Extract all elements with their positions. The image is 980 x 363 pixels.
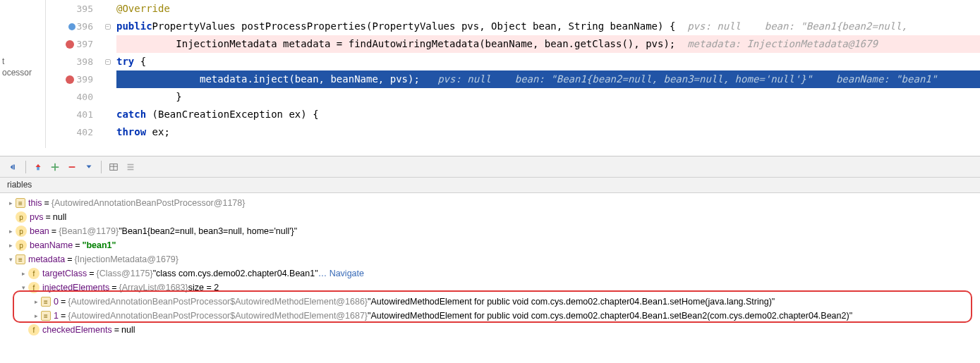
gutter-line-402[interactable]: 402 [46, 123, 99, 141]
remove-watch-icon[interactable] [64, 159, 80, 175]
line-number: 400 [77, 92, 93, 102]
debug-toolbar [0, 156, 980, 178]
param-icon: p [16, 226, 27, 237]
code-line-397[interactable]: InjectionMetadata metadata = findAutowir… [116, 35, 980, 53]
gutter-line-398[interactable]: 398 [46, 53, 99, 70]
toolbar-separator [25, 161, 26, 173]
code-line-400[interactable]: } [116, 88, 980, 106]
settings-dropdown-icon[interactable] [81, 159, 97, 175]
variables-panel[interactable]: ≡ this = {AutowiredAnnotationBeanPostPro… [0, 193, 980, 363]
code-line-399[interactable]: metadata.inject(bean, beanName, pvs); pv… [116, 70, 980, 88]
gutter-line-399[interactable]: 399 [46, 70, 99, 88]
fold-icon[interactable]: − [105, 24, 111, 30]
var-bean[interactable]: p bean = {Bean1@1179} "Bean1{bean2=null,… [0, 224, 980, 238]
restart-frame-icon[interactable] [6, 159, 21, 175]
gutter-line-397[interactable]: 397 [46, 35, 99, 53]
expand-arrow-icon[interactable] [31, 312, 41, 319]
line-number: 398 [77, 56, 93, 67]
breakpoint-icon[interactable] [66, 40, 74, 49]
line-number: 395 [77, 4, 93, 14]
fold-gutter-row[interactable] [99, 123, 116, 141]
fold-gutter-row[interactable] [99, 35, 116, 53]
code-line-396[interactable]: public PropertyValues postProcessPropert… [116, 18, 980, 35]
collapse-arrow-icon[interactable] [18, 284, 28, 291]
toolbar-separator [101, 161, 102, 173]
gutter-line-401[interactable]: 401 [46, 106, 99, 123]
gutter-line-395[interactable]: 395 [46, 0, 99, 18]
param-icon: p [16, 240, 27, 251]
expand-arrow-icon[interactable] [6, 199, 16, 207]
breakpoint-icon[interactable] [66, 75, 74, 84]
collapse-arrow-icon[interactable] [6, 256, 16, 263]
line-number: 402 [77, 127, 93, 137]
list-view-icon[interactable] [123, 159, 138, 175]
stack-up-icon[interactable] [30, 159, 46, 175]
code-line-401[interactable]: catch (BeanCreationException ex) { [116, 106, 980, 123]
line-number: 401 [77, 109, 93, 120]
code-lines[interactable]: @Override public PropertyValues postProc… [116, 0, 980, 148]
override-icon[interactable]: ↑ [68, 23, 75, 30]
var-element-1[interactable]: ≡ 1 = {AutowiredAnnotationBeanPostProces… [0, 309, 980, 323]
var-injectedElements[interactable]: f injectedElements = {ArrayList@1683} si… [0, 281, 980, 295]
editor-gutter[interactable]: 395↑396397398399400401402 [46, 0, 99, 148]
object-icon: ≡ [41, 311, 51, 321]
var-metadata[interactable]: ≡ metadata = {InjectionMetadata@1679} [0, 252, 980, 266]
tool-window-splitter[interactable] [0, 148, 980, 156]
table-view-icon[interactable] [106, 159, 121, 175]
var-pvs[interactable]: p pvs = null [0, 210, 980, 224]
param-icon: p [16, 211, 27, 223]
fold-gutter-row[interactable]: − [99, 53, 116, 70]
fold-gutter-row[interactable]: − [99, 18, 116, 35]
var-this[interactable]: ≡ this = {AutowiredAnnotationBeanPostPro… [0, 196, 980, 210]
fold-icon[interactable]: − [105, 59, 111, 65]
line-number: 396 [77, 21, 93, 32]
object-icon: ≡ [16, 254, 25, 264]
code-line-402[interactable]: throw ex; [116, 123, 980, 141]
code-editor[interactable]: t ocessor 395↑396397398399400401402 −− @… [0, 0, 980, 148]
expand-arrow-icon[interactable] [6, 242, 16, 249]
object-icon: ≡ [16, 198, 25, 208]
var-targetClass[interactable]: f targetClass = {Class@1175} "class com.… [0, 266, 980, 281]
var-element-0[interactable]: ≡ 0 = {AutowiredAnnotationBeanPostProces… [0, 295, 980, 309]
add-watch-icon[interactable] [47, 159, 63, 175]
var-beanName[interactable]: p beanName = "bean1" [0, 238, 980, 252]
code-line-398[interactable]: try { [116, 53, 980, 70]
expand-arrow-icon[interactable] [18, 270, 28, 277]
gutter-fold-icons[interactable]: −− [99, 0, 116, 148]
fold-gutter-row[interactable] [99, 70, 116, 88]
gutter-line-396[interactable]: ↑396 [46, 18, 99, 35]
object-icon: ≡ [41, 297, 51, 307]
field-icon: f [28, 268, 40, 279]
variables-panel-header: riables [0, 178, 980, 193]
expand-arrow-icon[interactable] [6, 228, 16, 235]
fold-gutter-row[interactable] [99, 0, 116, 18]
svg-rect-0 [13, 164, 15, 169]
line-number: 397 [77, 39, 93, 49]
line-number: 399 [77, 74, 93, 85]
var-checkedElements[interactable]: f checkedElements = null [0, 323, 980, 337]
navigate-link[interactable]: … Navigate [318, 269, 364, 278]
field-icon: f [28, 324, 40, 336]
code-line-395[interactable]: @Override [116, 0, 980, 18]
fold-gutter-row[interactable] [99, 106, 116, 123]
svg-rect-2 [69, 166, 75, 168]
fold-gutter-row[interactable] [99, 88, 116, 106]
field-icon: f [28, 282, 40, 293]
expand-arrow-icon[interactable] [31, 298, 41, 305]
gutter-line-400[interactable]: 400 [46, 88, 99, 106]
svg-rect-1 [37, 167, 40, 170]
structure-sidebar: t ocessor [0, 0, 46, 148]
